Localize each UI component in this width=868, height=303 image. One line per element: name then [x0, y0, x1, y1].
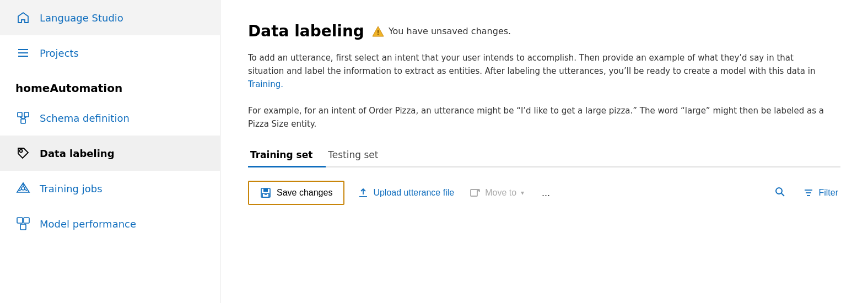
toolbar: Save changes Upload utterance file Move … — [248, 181, 840, 205]
upload-icon — [358, 187, 369, 198]
sidebar-item-model-performance[interactable]: Model performance — [0, 206, 220, 241]
sidebar: Language Studio Projects homeAutomation … — [0, 0, 220, 303]
save-changes-label: Save changes — [277, 188, 332, 198]
svg-rect-3 — [18, 112, 22, 117]
move-icon — [470, 187, 481, 198]
schema-icon — [15, 110, 31, 126]
schema-definition-label: Schema definition — [40, 112, 130, 124]
filter-label: Filter — [818, 188, 838, 198]
filter-button[interactable]: Filter — [801, 183, 840, 203]
description-paragraph-1: To add an utterance, first select an int… — [248, 51, 827, 91]
model-icon — [15, 216, 31, 231]
unsaved-warning: ! You have unsaved changes. — [372, 25, 511, 37]
move-to-button[interactable]: Move to ▾ — [467, 183, 526, 203]
svg-point-10 — [21, 187, 25, 190]
svg-text:!: ! — [376, 29, 379, 36]
description-paragraph-2: For example, for an intent of Order Pizz… — [248, 104, 827, 131]
save-changes-button[interactable]: Save changes — [248, 181, 344, 205]
chevron-down-icon: ▾ — [521, 189, 524, 197]
label-icon — [15, 145, 31, 161]
sidebar-item-projects[interactable]: Projects — [0, 35, 220, 71]
svg-line-12 — [25, 190, 27, 191]
sidebar-item-schema-definition[interactable]: Schema definition — [0, 100, 220, 136]
svg-rect-24 — [471, 190, 477, 196]
filter-icon — [803, 187, 814, 198]
tab-training-set[interactable]: Training set — [248, 144, 326, 167]
svg-point-25 — [776, 188, 782, 194]
model-performance-label: Model performance — [40, 218, 136, 230]
upload-utterance-label: Upload utterance file — [373, 188, 454, 198]
page-header: Data labeling ! You have unsaved changes… — [248, 22, 840, 40]
more-options-button[interactable]: ... — [537, 185, 554, 201]
sidebar-item-language-studio[interactable]: Language Studio — [0, 0, 220, 35]
svg-line-26 — [781, 193, 784, 196]
svg-rect-15 — [24, 218, 29, 223]
description-text-1: To add an utterance, first select an int… — [248, 53, 815, 76]
training-jobs-label: Training jobs — [40, 183, 103, 194]
tabs: Training set Testing set — [248, 144, 840, 167]
sidebar-language-studio-label: Language Studio — [40, 12, 123, 24]
svg-rect-4 — [24, 112, 29, 117]
svg-rect-20 — [262, 193, 269, 197]
training-icon — [15, 181, 31, 196]
main-content: Data labeling ! You have unsaved changes… — [220, 0, 868, 303]
upload-utterance-button[interactable]: Upload utterance file — [355, 183, 456, 203]
svg-line-13 — [19, 190, 21, 191]
sidebar-projects-label: Projects — [40, 47, 79, 59]
data-labeling-label: Data labeling — [40, 148, 115, 159]
search-button[interactable] — [770, 184, 790, 202]
svg-rect-5 — [21, 119, 25, 123]
svg-rect-14 — [17, 218, 23, 223]
page-title: Data labeling — [248, 22, 364, 40]
menu-icon — [15, 45, 31, 61]
home-icon — [15, 10, 31, 25]
project-name: homeAutomation — [0, 71, 220, 100]
sidebar-item-training-jobs[interactable]: Training jobs — [0, 171, 220, 206]
training-link[interactable]: Training. — [248, 79, 283, 89]
svg-point-8 — [20, 150, 23, 153]
warning-icon: ! — [372, 25, 384, 37]
tab-testing-set[interactable]: Testing set — [326, 144, 391, 167]
move-to-label: Move to — [485, 188, 516, 198]
svg-rect-19 — [263, 188, 268, 192]
save-icon — [260, 187, 271, 198]
warning-text: You have unsaved changes. — [389, 26, 511, 36]
sidebar-item-data-labeling[interactable]: Data labeling — [0, 136, 220, 171]
svg-rect-16 — [20, 224, 26, 230]
